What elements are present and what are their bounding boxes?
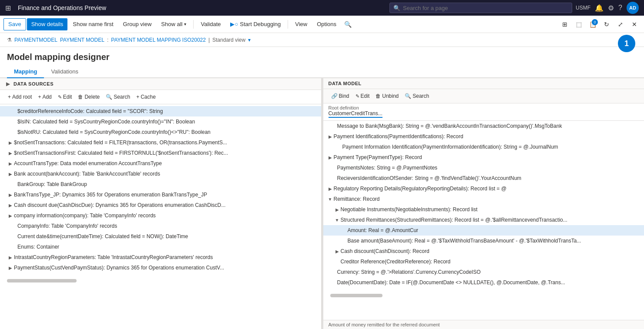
tree-item[interactable]: ▶ Regulatory Reporting Details(Regulator… — [323, 183, 644, 194]
show-all-button[interactable]: Show all ▾ — [157, 18, 191, 30]
expand-icon[interactable]: ▶ — [334, 248, 341, 255]
tree-item[interactable]: ▶ BankTransType_JP: Dynamics 365 for Ope… — [0, 189, 321, 200]
expand-icon — [330, 269, 337, 276]
breadcrumb-part1[interactable]: PAYMENTMODEL — [14, 37, 57, 43]
app-grid-icon[interactable]: ⊞ — [5, 4, 11, 12]
toolbar-icon-4[interactable]: ↻ — [600, 18, 613, 30]
root-definition-label: Root definition — [329, 105, 639, 110]
tree-item[interactable]: ▶ Payment Type(PaymentType): Record — [323, 152, 644, 163]
tree-item[interactable]: Amount: Real = @.AmountCur — [323, 225, 644, 236]
expand-icon — [334, 258, 341, 265]
group-view-button[interactable]: Group view — [119, 18, 156, 30]
tree-item[interactable]: Base amount(BaseAmount): Real = @.'$TaxW… — [323, 236, 644, 246]
expand-icon[interactable]: ▶ — [7, 150, 14, 156]
show-details-button[interactable]: Show details — [27, 18, 68, 30]
tree-item[interactable]: Enums: Container — [0, 242, 321, 252]
expand-icon[interactable]: ▶ — [7, 139, 14, 146]
tree-item[interactable]: ▶ $notSentTransactions: Calculated field… — [0, 137, 321, 148]
edit-dm-button[interactable]: ✎ Edit — [353, 91, 372, 101]
tree-item[interactable]: $IsIN: Calculated field = SysCountryRegi… — [0, 116, 321, 127]
expand-icon[interactable]: ▼ — [334, 216, 341, 223]
root-definition-value[interactable]: CustomerCreditTrans... — [329, 110, 382, 118]
data-sources-expand-btn[interactable]: ▶ — [5, 81, 11, 87]
breadcrumb-filter-icon[interactable]: ⚗ — [7, 37, 12, 43]
expand-icon[interactable]: ▶ — [7, 160, 14, 167]
search-ds-button[interactable]: 🔍 Search — [103, 92, 133, 102]
tab-validations[interactable]: Validations — [44, 66, 85, 78]
delete-button[interactable]: 🗑 Delete — [75, 92, 102, 102]
edit-button[interactable]: ✎ Edit — [55, 92, 75, 102]
horizontal-scrollbar-right[interactable] — [330, 294, 382, 297]
expand-icon[interactable]: ▶ — [7, 254, 14, 261]
search-dm-button[interactable]: 🔍 Search — [402, 91, 432, 101]
tree-item[interactable]: ▼ Remittance: Record — [323, 194, 644, 204]
maximize-button[interactable]: ⤢ — [614, 18, 627, 30]
breadcrumb-part2[interactable]: PAYMENT MODEL — [60, 37, 104, 43]
bind-button[interactable]: 🔗 Bind — [329, 91, 352, 101]
view-button[interactable]: View — [291, 18, 312, 30]
tree-item[interactable]: Currency: String = @.'>Relations'.Curren… — [323, 267, 644, 277]
expand-icon[interactable]: ▶ — [334, 206, 341, 213]
expand-icon[interactable]: ▶ — [327, 133, 334, 140]
tab-mapping[interactable]: Mapping — [7, 66, 44, 78]
tree-item[interactable]: BankGroup: Table BankGroup — [0, 179, 321, 189]
add-button[interactable]: + Add — [35, 92, 54, 102]
user-avatar[interactable]: AD — [627, 2, 639, 14]
expand-icon[interactable]: ▶ — [7, 191, 14, 198]
add-root-button[interactable]: + Add root — [5, 92, 34, 102]
tree-item[interactable]: $isNotRU: Calculated field = SysCountryR… — [0, 127, 321, 137]
unbind-button[interactable]: 🗑 Unbind — [373, 91, 401, 101]
tree-item[interactable]: Creditor Reference(CreditorReference): R… — [323, 256, 644, 267]
tree-item[interactable]: ▶ $notSentTransactionsFirst: Calculated … — [0, 148, 321, 158]
tree-item[interactable]: Payment Information Identification(Payme… — [323, 142, 644, 152]
tree-item[interactable]: ▶ Cash discount due(CashDiscDue): Dynami… — [0, 200, 321, 210]
tree-item[interactable]: RecieversIdentificationOfSender: String … — [323, 173, 644, 183]
expand-icon[interactable]: ▶ — [7, 170, 14, 177]
expand-icon[interactable]: ▼ — [327, 196, 334, 203]
tree-item[interactable]: CompanyInfo: Table 'CompanyInfo' records — [0, 221, 321, 231]
tree-item[interactable]: Current date&time(currentDateTime): Calc… — [0, 231, 321, 242]
save-button[interactable]: Save — [3, 18, 26, 30]
help-icon[interactable]: ? — [618, 4, 622, 12]
tree-item[interactable]: Date(DocumentDate): Date = IF(@.Document… — [323, 277, 644, 288]
options-button[interactable]: Options — [312, 18, 341, 30]
tree-item[interactable]: ▶ Payment Identifications(PaymentIdentif… — [323, 131, 644, 142]
tree-item[interactable]: ▶ Bank account(bankAccount): Table 'Bank… — [0, 169, 321, 179]
settings-icon[interactable]: ⚙ — [608, 4, 614, 12]
expand-icon[interactable]: ▶ — [7, 264, 14, 271]
tree-item[interactable]: $creditorReferenceInfoCode: Calculated f… — [0, 106, 321, 116]
start-debugging-button[interactable]: ▶○ Start Debugging — [226, 18, 285, 30]
expand-icon — [10, 181, 17, 188]
panels: ▶ DATA SOURCES + Add root + Add ✎ Edit 🗑 — [0, 78, 644, 329]
tree-item[interactable]: ▶ company information(company): Table 'C… — [0, 210, 321, 221]
tree-item[interactable]: ▶ AccountTransType: Data model enumerati… — [0, 158, 321, 169]
tree-item[interactable]: ▶ Cash discount(CashDiscount): Record — [323, 246, 644, 256]
expand-icon[interactable]: ▶ — [327, 154, 334, 161]
tree-item[interactable]: PaymentsNotes: String = @.PaymentNotes — [323, 163, 644, 173]
toolbar-icon-3[interactable]: 📋 0 — [587, 18, 599, 30]
toolbar-icon-1[interactable]: ⊞ — [559, 18, 571, 30]
breadcrumb-view-label[interactable]: Standard view — [212, 37, 245, 43]
horizontal-scrollbar-left[interactable] — [7, 279, 77, 282]
close-button[interactable]: ✕ — [628, 18, 641, 30]
expand-icon[interactable]: ▶ — [327, 185, 334, 192]
tree-item[interactable]: ▶ IntrastatCountryRegionParameters: Tabl… — [0, 252, 321, 263]
breadcrumb-part3[interactable]: PAYMENT MODEL MAPPING ISO20022 — [111, 37, 206, 43]
search-toolbar-button[interactable]: 🔍 — [342, 18, 354, 30]
bell-icon[interactable]: 🔔 — [595, 4, 604, 12]
tree-item[interactable]: Message to Bank(MsgBank): String = @.'ve… — [323, 121, 644, 131]
search-input[interactable] — [403, 5, 568, 11]
toolbar-icon-2[interactable]: ⬚ — [573, 18, 585, 30]
tree-item[interactable]: ▶ PaymentStatus(CustVendPaymStatus): Dyn… — [0, 263, 321, 273]
main-toolbar: Save Show details Show name first Group … — [0, 16, 644, 33]
tree-item[interactable]: ▼ Structured Remittances(StructuredRemit… — [323, 215, 644, 225]
bind-icon: 🔗 — [331, 93, 338, 99]
cache-button[interactable]: + Cache — [134, 92, 158, 102]
breadcrumb-chevron[interactable]: ▾ — [248, 37, 251, 43]
expand-icon[interactable]: ▶ — [7, 212, 14, 219]
show-name-first-button[interactable]: Show name first — [68, 18, 117, 30]
validate-button[interactable]: Validate — [196, 18, 225, 30]
debug-icon: ▶○ — [230, 21, 238, 27]
expand-icon[interactable]: ▶ — [7, 202, 14, 209]
tree-item[interactable]: ▶ Negotiable Instruments(NegotiableInstr… — [323, 204, 644, 215]
